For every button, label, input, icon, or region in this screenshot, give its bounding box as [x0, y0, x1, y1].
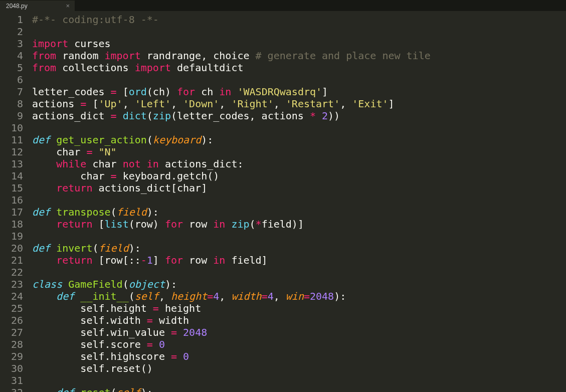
- token: transpose: [56, 206, 110, 218]
- code-line[interactable]: def invert(field):: [32, 242, 431, 254]
- token: ):: [141, 386, 153, 392]
- token: for: [165, 254, 183, 266]
- token: [: [117, 86, 129, 98]
- code-line[interactable]: [32, 230, 431, 242]
- token: ,: [274, 290, 286, 302]
- code-line[interactable]: self.score = 0: [32, 338, 431, 350]
- tab-filename: 2048.py: [6, 0, 28, 12]
- token: char: [56, 146, 86, 158]
- token: =: [171, 326, 177, 338]
- token: [62, 278, 68, 290]
- line-number: 23: [6, 278, 23, 290]
- token: def: [32, 134, 50, 146]
- code-line[interactable]: char = keyboard.getch(): [32, 170, 431, 182]
- tab-2048-py[interactable]: 2048.py ×: [0, 0, 75, 11]
- token: )): [328, 110, 340, 122]
- token: def: [56, 386, 74, 392]
- code-line[interactable]: [32, 266, 431, 278]
- indent: [56, 362, 80, 374]
- token: in: [219, 86, 231, 98]
- line-number: 2: [6, 26, 23, 38]
- token: not: [123, 158, 141, 170]
- token: self.height: [80, 302, 153, 314]
- token: (: [111, 386, 117, 392]
- token: 'Restart': [286, 98, 340, 110]
- editor[interactable]: 1234567891011121314151617181920212223242…: [0, 11, 566, 392]
- code-line[interactable]: while char not in actions_dict:: [32, 158, 431, 170]
- line-number: 11: [6, 134, 23, 146]
- token: [50, 242, 56, 254]
- token: 'Exit': [352, 98, 388, 110]
- code-line[interactable]: from random import randrange, choice # g…: [32, 50, 431, 62]
- code-line[interactable]: import curses: [32, 38, 431, 50]
- code-line[interactable]: return [list(row) for row in zip(*field)…: [32, 218, 431, 230]
- token: field]: [225, 254, 267, 266]
- code-line[interactable]: from collections import defaultdict: [32, 62, 431, 74]
- code-line[interactable]: self.win_value = 2048: [32, 326, 431, 338]
- line-number: 15: [6, 182, 23, 194]
- token: field: [98, 242, 128, 254]
- code-line[interactable]: char = "N": [32, 146, 431, 158]
- code-line[interactable]: self.highscore = 0: [32, 350, 431, 362]
- indent: [32, 254, 56, 266]
- indent: [32, 158, 56, 170]
- token: 0: [159, 338, 165, 350]
- token: ,: [274, 98, 286, 110]
- token: field)]: [262, 218, 304, 230]
- close-icon[interactable]: ×: [66, 0, 70, 12]
- code-line[interactable]: class GameField(object):: [32, 278, 431, 290]
- code-line[interactable]: return [row[::-1] for row in field]: [32, 254, 431, 266]
- code-line[interactable]: [32, 194, 431, 206]
- token: import: [32, 38, 68, 50]
- code-line[interactable]: #-*- coding:utf-8 -*-: [32, 14, 431, 26]
- indent: [56, 170, 80, 182]
- line-number: 6: [6, 74, 23, 86]
- code-line[interactable]: actions = ['Up', 'Left', 'Down', 'Right'…: [32, 98, 431, 110]
- token: ,: [340, 98, 352, 110]
- token: [50, 206, 56, 218]
- token: return: [56, 254, 92, 266]
- token: for: [165, 218, 183, 230]
- token: def: [56, 290, 74, 302]
- indent: [32, 326, 56, 338]
- token: ]: [389, 98, 395, 110]
- token: [141, 158, 147, 170]
- token: zip: [153, 110, 171, 122]
- token: 2048: [183, 326, 207, 338]
- code-line[interactable]: actions_dict = dict(zip(letter_codes, ac…: [32, 110, 431, 122]
- token: invert: [56, 242, 92, 254]
- token: field: [117, 206, 147, 218]
- token: defaultdict: [171, 62, 244, 74]
- token: 'Down': [183, 98, 219, 110]
- token: list: [105, 218, 129, 230]
- code-line[interactable]: self.height = height: [32, 302, 431, 314]
- token: (letter_codes, actions: [171, 110, 310, 122]
- code-line[interactable]: [32, 26, 431, 38]
- code-line[interactable]: [32, 122, 431, 134]
- token: char: [80, 170, 110, 182]
- token: ,: [159, 290, 171, 302]
- code-line[interactable]: def transpose(field):: [32, 206, 431, 218]
- code-line[interactable]: self.width = width: [32, 314, 431, 326]
- token: ,: [219, 290, 231, 302]
- token: (: [129, 290, 135, 302]
- code-line[interactable]: [32, 74, 431, 86]
- code-area[interactable]: #-*- coding:utf-8 -*-import cursesfrom r…: [29, 11, 431, 392]
- token: (: [92, 242, 98, 254]
- token: ,: [123, 98, 135, 110]
- indent: [56, 314, 80, 326]
- code-line[interactable]: def reset(self):: [32, 386, 431, 392]
- token: actions_dict:: [159, 158, 244, 170]
- code-line[interactable]: [32, 374, 431, 386]
- token: *: [310, 110, 316, 122]
- token: [row[::: [92, 254, 140, 266]
- code-line[interactable]: self.reset(): [32, 362, 431, 374]
- code-line[interactable]: def get_user_action(keyboard):: [32, 134, 431, 146]
- indent: [32, 290, 56, 302]
- token: def: [32, 242, 50, 254]
- code-line[interactable]: letter_codes = [ord(ch) for ch in 'WASDR…: [32, 86, 431, 98]
- indent: [32, 182, 56, 194]
- code-line[interactable]: return actions_dict[char]: [32, 182, 431, 194]
- code-line[interactable]: def __init__(self, height=4, width=4, wi…: [32, 290, 431, 302]
- line-number: 1: [6, 14, 23, 26]
